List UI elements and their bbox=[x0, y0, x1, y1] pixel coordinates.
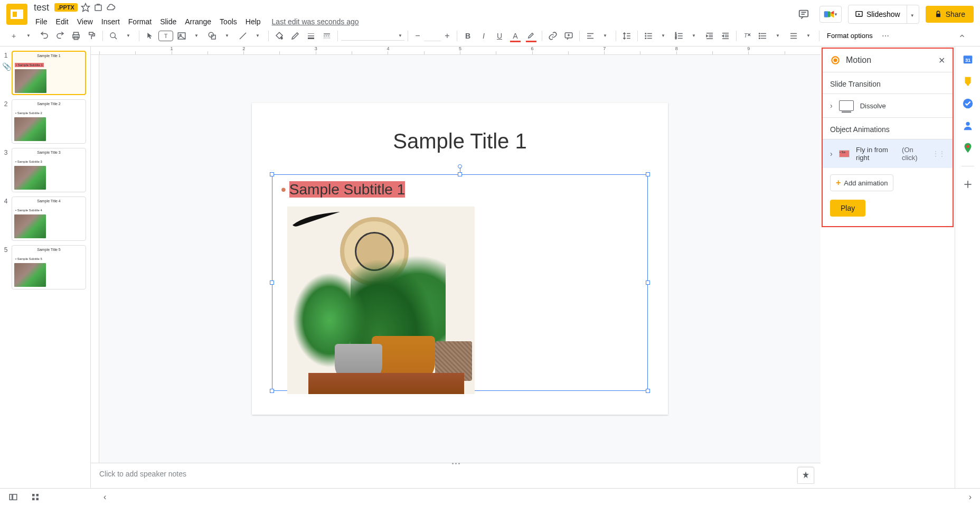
slide-image[interactable] bbox=[287, 207, 475, 394]
add-addon-button[interactable] bbox=[962, 178, 974, 191]
thumbnail-row[interactable]: 1 Sample Title 1 • Sample Subtitle 1 bbox=[0, 51, 86, 95]
more-list-button[interactable] bbox=[786, 29, 801, 43]
border-weight-button[interactable] bbox=[304, 29, 318, 43]
more-button[interactable]: ⋯ bbox=[878, 29, 893, 43]
slide-canvas[interactable]: Sample Title 1 •Sample Subtitle 1 bbox=[252, 103, 668, 415]
menu-help[interactable]: Help bbox=[242, 15, 265, 28]
close-icon[interactable]: ✕ bbox=[938, 55, 945, 66]
align-dropdown[interactable]: ▼ bbox=[598, 29, 612, 43]
bullet-dropdown[interactable]: ▼ bbox=[656, 29, 671, 43]
tasks-icon[interactable] bbox=[962, 97, 974, 110]
comment-button[interactable] bbox=[561, 29, 576, 43]
slide-thumbnail-5[interactable]: Sample Title 5 • Sample Subtitle 5 bbox=[12, 245, 86, 289]
menu-insert[interactable]: Insert bbox=[98, 15, 124, 28]
menu-file[interactable]: File bbox=[32, 15, 51, 28]
shape-dropdown[interactable]: ▼ bbox=[220, 29, 234, 43]
underline-button[interactable]: U bbox=[492, 29, 507, 43]
subtitle-text[interactable]: •Sample Subtitle 1 bbox=[277, 179, 409, 200]
drag-handle-icon[interactable]: ⋮⋮ bbox=[932, 150, 945, 157]
menu-view[interactable]: View bbox=[73, 15, 97, 28]
menu-arrange[interactable]: Arrange bbox=[181, 15, 215, 28]
resize-handle-bl[interactable] bbox=[270, 389, 274, 393]
resize-handle-tr[interactable] bbox=[646, 172, 650, 176]
share-button[interactable]: Share bbox=[926, 6, 974, 23]
border-dash-button[interactable] bbox=[319, 29, 334, 43]
highlight-button[interactable] bbox=[524, 29, 539, 43]
indent-button[interactable] bbox=[718, 29, 733, 43]
add-animation-button[interactable]: + Add animation bbox=[830, 174, 893, 191]
clear-format-button[interactable]: T bbox=[740, 29, 755, 43]
play-button[interactable]: Play bbox=[830, 200, 865, 217]
line-dropdown[interactable]: ▼ bbox=[250, 29, 265, 43]
fill-color-button[interactable] bbox=[272, 29, 287, 43]
canvas-viewport[interactable]: Sample Title 1 •Sample Subtitle 1 bbox=[91, 55, 821, 463]
outdent-button[interactable] bbox=[702, 29, 717, 43]
textbox-tool[interactable]: T bbox=[158, 31, 173, 41]
resize-handle-tm[interactable] bbox=[458, 172, 462, 176]
align-button[interactable] bbox=[583, 29, 598, 43]
keep-icon[interactable] bbox=[962, 75, 974, 88]
star-icon[interactable] bbox=[81, 3, 90, 12]
slide-thumbnail-2[interactable]: Sample Title 2 • Sample Subtitle 2 bbox=[12, 99, 86, 144]
transition-row[interactable]: › Dissolve bbox=[823, 93, 953, 117]
line-tool[interactable] bbox=[235, 29, 250, 43]
shape-tool[interactable] bbox=[205, 29, 220, 43]
decrease-size-button[interactable]: − bbox=[411, 30, 424, 42]
image-tool[interactable] bbox=[174, 29, 189, 43]
thumbnail-row[interactable]: 5 Sample Title 5 • Sample Subtitle 5 bbox=[0, 245, 86, 289]
speaker-notes[interactable]: Click to add speaker notes bbox=[91, 463, 821, 488]
speaker-notes-resize-handle[interactable] bbox=[445, 461, 466, 465]
cloud-status-icon[interactable] bbox=[106, 3, 116, 12]
slideshow-dropdown[interactable]: ▼ bbox=[907, 5, 919, 23]
numbered-list-button[interactable]: 123 bbox=[672, 29, 686, 43]
thumbnail-row[interactable]: 2 Sample Title 2 • Sample Subtitle 2 bbox=[0, 99, 86, 144]
bullet-list-button[interactable] bbox=[641, 29, 656, 43]
slide-thumbnail-3[interactable]: Sample Title 3 • Sample Subtitle 3 bbox=[12, 148, 86, 192]
menu-edit[interactable]: Edit bbox=[52, 15, 72, 28]
content-placeholder[interactable]: •Sample Subtitle 1 bbox=[272, 174, 648, 391]
bold-button[interactable]: B bbox=[460, 29, 475, 43]
link-button[interactable] bbox=[545, 29, 560, 43]
slideshow-button[interactable]: Slideshow bbox=[849, 5, 907, 23]
select-tool[interactable] bbox=[143, 29, 157, 43]
grid-view-button[interactable] bbox=[31, 492, 40, 502]
resize-handle-ml[interactable] bbox=[270, 280, 274, 285]
document-title[interactable]: test bbox=[32, 1, 51, 14]
last-edit-link[interactable]: Last edit was seconds ago bbox=[272, 17, 359, 26]
resize-handle-tl[interactable] bbox=[270, 172, 274, 176]
new-slide-dropdown[interactable]: ▼ bbox=[21, 29, 36, 43]
print-button[interactable] bbox=[69, 29, 83, 43]
italic-button[interactable]: I bbox=[476, 29, 491, 43]
resize-handle-mr[interactable] bbox=[646, 280, 650, 285]
list-options-button[interactable] bbox=[756, 29, 770, 43]
resize-handle-br[interactable] bbox=[646, 389, 650, 393]
new-slide-button[interactable]: + bbox=[6, 29, 21, 43]
thumbnail-row[interactable]: 4 Sample Title 4 • Sample Subtitle 4 bbox=[0, 197, 86, 241]
collapse-toolbar-button[interactable] bbox=[955, 29, 969, 43]
meet-button[interactable]: ▼ bbox=[819, 6, 842, 23]
comments-icon[interactable] bbox=[794, 5, 813, 24]
contacts-icon[interactable] bbox=[962, 119, 974, 132]
collapse-filmstrip-button[interactable]: ‹ bbox=[103, 492, 106, 502]
thumbnail-row[interactable]: 3 Sample Title 3 • Sample Subtitle 3 bbox=[0, 148, 86, 192]
slides-logo[interactable] bbox=[6, 4, 27, 25]
image-dropdown[interactable]: ▼ bbox=[189, 29, 204, 43]
animation-row[interactable]: › • Sa Fly in from right (On click) ⋮⋮ bbox=[823, 139, 953, 168]
zoom-dropdown[interactable]: ▼ bbox=[121, 29, 136, 43]
more-list-dropdown[interactable]: ▼ bbox=[801, 29, 816, 43]
text-color-button[interactable]: A bbox=[508, 29, 523, 43]
slide-title-text[interactable]: Sample Title 1 bbox=[252, 129, 668, 153]
format-options-button[interactable]: Format options bbox=[823, 30, 877, 42]
redo-button[interactable] bbox=[53, 29, 68, 43]
move-icon[interactable] bbox=[93, 3, 103, 12]
paint-format-button[interactable] bbox=[84, 29, 99, 43]
font-select[interactable]: ▼ bbox=[341, 31, 404, 41]
slide-thumbnail-4[interactable]: Sample Title 4 • Sample Subtitle 4 bbox=[12, 197, 86, 241]
filmstrip-view-button[interactable] bbox=[8, 492, 18, 502]
numbered-dropdown[interactable]: ▼ bbox=[686, 29, 701, 43]
maps-icon[interactable] bbox=[962, 142, 974, 154]
zoom-button[interactable] bbox=[106, 29, 121, 43]
explore-button[interactable] bbox=[797, 467, 814, 484]
undo-button[interactable] bbox=[37, 29, 52, 43]
increase-size-button[interactable]: + bbox=[441, 30, 454, 42]
